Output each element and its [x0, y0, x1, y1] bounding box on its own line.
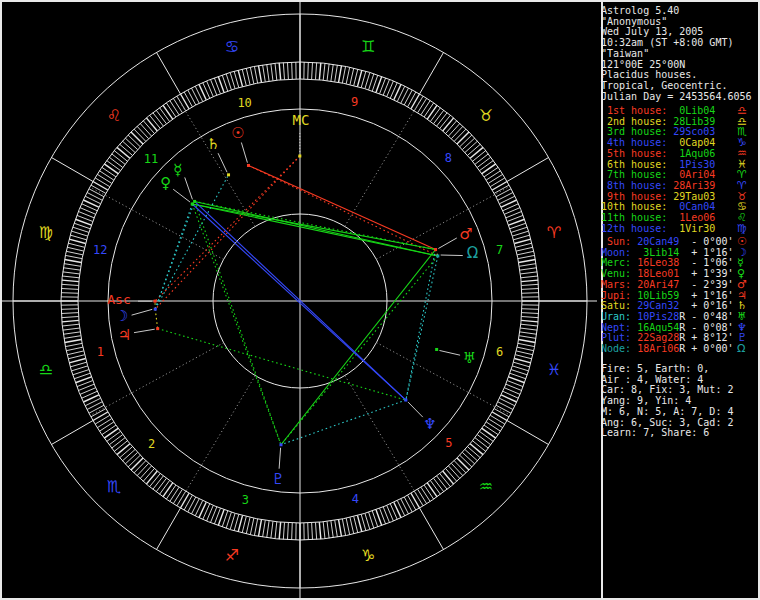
planet-icon: Ω — [467, 244, 478, 262]
degree-tick — [480, 161, 494, 171]
planet-label: Sun: — [601, 236, 637, 247]
zodiac-sign-icon: ♌ — [107, 106, 121, 125]
planet-row: Uran: 10Pis28R - 0°48' — [601, 311, 733, 322]
degree-tick — [494, 185, 509, 193]
degree-tick — [342, 519, 345, 536]
zodiac-sign-icon: ♊ — [361, 37, 375, 56]
degree-tick — [462, 452, 474, 464]
degree-tick — [199, 502, 206, 517]
planet-pointer — [279, 448, 280, 469]
degree-tick — [394, 502, 401, 517]
degree-tick — [62, 276, 79, 278]
planet-dot — [154, 308, 157, 311]
degree-tick — [488, 419, 502, 428]
header-line: Placidus houses. — [601, 69, 697, 80]
planet-pointer — [218, 153, 227, 172]
degree-tick — [230, 513, 235, 529]
degree-tick — [238, 515, 242, 531]
degree-tick — [521, 280, 538, 281]
stats-line: Learn: 7, Share: 6 — [601, 427, 709, 438]
degree-tick — [522, 309, 539, 310]
house-cusp-value: 0Can04 — [673, 201, 715, 212]
planet-label: Node: — [601, 343, 637, 354]
planet-icon: ☉ — [231, 124, 244, 142]
house-row: 12th house: 1Vir30 — [601, 223, 715, 234]
degree-tick — [312, 62, 313, 79]
aspect-line — [155, 204, 192, 309]
degree-tick — [327, 521, 329, 538]
house-row: 1st house: 0Lib04 — [601, 105, 715, 116]
degree-tick — [120, 144, 133, 155]
degree-tick — [482, 428, 496, 438]
house-row: 10th house: 0Can04 — [601, 201, 715, 212]
planet-pointer — [241, 142, 247, 162]
planet-row: Merc: 16Leo38 - 1°06' — [601, 257, 733, 268]
degree-tick — [114, 441, 127, 452]
degree-tick — [287, 62, 288, 79]
degree-tick — [357, 70, 361, 86]
degree-tick — [66, 347, 83, 351]
degree-tick — [65, 343, 82, 346]
degree-tick — [365, 513, 370, 529]
house-cusp-spoke — [376, 343, 510, 416]
degree-tick — [131, 458, 143, 470]
degree-tick — [112, 438, 125, 448]
planet-position-value: 16Aqu54 — [637, 322, 679, 333]
planet-label: Mars: — [601, 279, 637, 290]
degree-tick — [242, 516, 246, 532]
degree-tick — [354, 69, 358, 85]
degree-tick — [69, 358, 85, 362]
degree-tick — [361, 514, 366, 530]
degree-tick — [404, 497, 412, 512]
planet-latitude: + 8°12' — [685, 332, 733, 343]
degree-tick — [246, 68, 250, 85]
house-label: 2nd house: — [601, 116, 673, 127]
degree-tick — [513, 362, 529, 367]
aspect-line — [195, 201, 281, 444]
degree-tick — [520, 332, 537, 334]
degree-tick — [518, 255, 535, 258]
planet-icon: ♇ — [271, 470, 284, 488]
degree-tick — [521, 316, 538, 317]
planet-pointer — [408, 402, 423, 417]
stats-line: Ang: 6, Suc: 3, Cad: 2 — [601, 417, 733, 428]
house-cusp-value: 28Lib39 — [673, 116, 715, 127]
degree-tick — [61, 288, 78, 289]
degree-tick — [146, 471, 157, 484]
degree-tick — [61, 309, 78, 310]
degree-tick — [514, 358, 530, 362]
degree-tick — [494, 409, 509, 417]
planet-position-value: 22Sag28 — [637, 332, 679, 343]
degree-tick — [327, 64, 329, 81]
degree-tick — [457, 132, 469, 144]
degree-tick — [331, 521, 333, 538]
degree-tick — [68, 355, 84, 359]
degree-tick — [394, 84, 401, 99]
degree-tick — [267, 64, 269, 81]
house-number: 10 — [237, 96, 251, 110]
degree-tick — [104, 428, 118, 438]
degree-tick — [267, 521, 269, 538]
house-cusp-value: 1Pis30 — [673, 159, 715, 170]
degree-tick — [238, 70, 242, 86]
planet-icon: ♅ — [463, 349, 476, 367]
house-cusp-value: 0Ari04 — [673, 169, 715, 180]
degree-tick — [521, 276, 538, 278]
degree-tick — [181, 94, 190, 109]
house-cusp-value: 1Leo06 — [673, 212, 715, 223]
degree-tick — [346, 67, 350, 84]
planet-pointer — [185, 177, 193, 199]
degree-tick — [146, 118, 157, 131]
degree-tick — [65, 259, 82, 262]
house-row: 11th house: 1Leo06 — [601, 212, 715, 223]
header-line: 121°00E 25°00N — [601, 59, 685, 70]
planet-latitude: + 1°16' — [685, 247, 733, 258]
degree-tick — [263, 520, 266, 537]
degree-tick — [250, 67, 254, 84]
house-number: 12 — [93, 243, 107, 257]
degree-tick — [519, 264, 536, 267]
planet-position-value: 3Lib14 — [637, 247, 679, 258]
degree-tick — [104, 164, 118, 174]
zodiac-sign-icon: ♋ — [225, 37, 239, 56]
planet-row: Venu: 18Leo01 + 1°39' — [601, 268, 733, 279]
